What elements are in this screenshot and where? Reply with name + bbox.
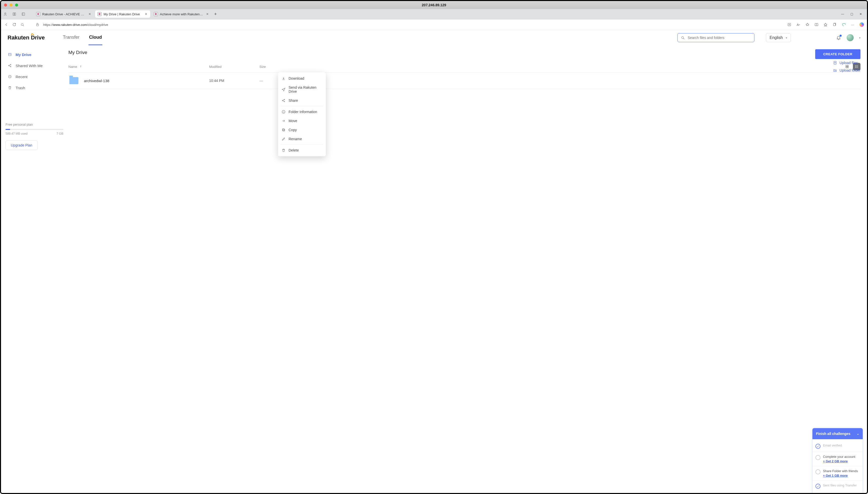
tab-label: Achieve more with Rakuten Drive	[160, 12, 204, 16]
vertical-tabs-icon[interactable]	[21, 12, 26, 16]
read-aloud-icon[interactable]: A»	[796, 22, 800, 27]
drive-icon	[7, 52, 12, 57]
challenges-title: Finish all challenges	[816, 432, 850, 436]
table-row[interactable]: archivedwl-138 10:44 PM —	[68, 73, 861, 89]
close-window-icon[interactable]	[4, 3, 7, 6]
sidebar-item-recent[interactable]: Recent	[5, 72, 63, 81]
refresh-icon[interactable]	[12, 22, 17, 27]
search-field[interactable]	[677, 33, 754, 42]
ctx-label: Share	[288, 98, 298, 102]
search-input[interactable]	[687, 35, 751, 40]
column-name[interactable]: Name	[68, 65, 77, 69]
maximize-icon[interactable]: ▢	[850, 12, 853, 16]
notifications-bell-icon[interactable]	[836, 35, 841, 40]
sidebar-item-shared[interactable]: Shared With Me	[5, 61, 63, 70]
folder-icon	[69, 77, 78, 84]
trash-icon	[7, 86, 12, 90]
upload-file-icon	[833, 61, 837, 65]
challenge-item: Complete your account + Get 2 GB more	[812, 452, 863, 467]
browser-tab-0[interactable]: R Rakuten Drive - ACHIEVE MORE ✕	[34, 10, 94, 18]
zoom-window-icon[interactable]	[15, 3, 18, 6]
upgrade-plan-button[interactable]: Upgrade Plan	[5, 140, 38, 150]
profile-icon[interactable]	[3, 12, 7, 16]
move-icon	[282, 119, 286, 123]
challenge-link[interactable]: + Get 1 GB more	[823, 474, 858, 477]
upload-files-link[interactable]: Upload files	[833, 61, 861, 65]
extension-install-icon[interactable]	[787, 22, 792, 27]
info-icon	[282, 110, 286, 114]
sidebar: My Drive Shared With Me Recent Trash Fre…	[1, 45, 67, 494]
minimize-icon[interactable]: —	[841, 12, 844, 16]
chevron-down-icon[interactable]: ▾	[859, 36, 861, 39]
ctx-share[interactable]: Share	[278, 96, 326, 105]
challenge-label: Complete your account	[823, 455, 855, 459]
column-size[interactable]: Size	[260, 65, 300, 69]
browser-tab-2[interactable]: R Achieve more with Rakuten Drive ✕	[151, 10, 212, 18]
search-icon[interactable]	[20, 22, 25, 27]
back-icon[interactable]	[4, 22, 8, 27]
svg-point-5	[21, 23, 23, 25]
favorite-star-icon[interactable]	[805, 22, 810, 27]
favicon-icon: R	[154, 12, 158, 16]
chevron-down-icon[interactable]: ⌄	[857, 432, 859, 435]
storage-used: 589.47 MB used	[5, 132, 27, 135]
nav-cloud[interactable]: Cloud	[89, 30, 102, 45]
copilot-icon[interactable]	[860, 22, 864, 27]
ctx-label: Move	[288, 119, 297, 123]
notification-dot-icon	[839, 35, 842, 37]
upload-folder-label: Upload folder	[839, 68, 861, 72]
address-bar[interactable]: https://www.rakuten-drive.com/cloud/mydr…	[43, 23, 108, 27]
svg-point-21	[10, 66, 11, 67]
browser-tab-1[interactable]: R My Drive | Rakuten Drive ✕	[95, 10, 150, 18]
sort-asc-icon[interactable]	[79, 65, 82, 68]
minimize-window-icon[interactable]	[10, 3, 13, 6]
challenge-label: Share Folder with friends	[823, 469, 858, 473]
more-menu-icon[interactable]: ···	[850, 22, 855, 27]
ctx-delete[interactable]: Delete	[278, 146, 326, 155]
ctx-download[interactable]: Download	[278, 74, 326, 83]
sidebar-item-mydrive[interactable]: My Drive	[5, 50, 63, 59]
ctx-copy[interactable]: Copy	[278, 126, 326, 134]
new-tab-button[interactable]: +	[213, 11, 219, 18]
workspaces-icon[interactable]	[12, 12, 17, 16]
avatar[interactable]	[847, 34, 854, 41]
browser-tabstrip: R Rakuten Drive - ACHIEVE MORE ✕ R My Dr…	[1, 9, 867, 19]
nav-transfer[interactable]: Transfer	[62, 30, 80, 45]
brand-logo[interactable]: Rakuten Drive	[7, 34, 45, 41]
svg-rect-44	[283, 129, 285, 131]
ctx-send[interactable]: Send via Rakuten Drive	[278, 83, 326, 96]
challenge-label: Email verified	[823, 444, 842, 449]
sidebar-item-label: Recent	[16, 75, 27, 79]
challenge-item: ✓ Email verified	[812, 441, 863, 452]
sidebar-item-label: Trash	[16, 86, 25, 90]
close-tab-icon[interactable]: ✕	[206, 12, 209, 16]
split-screen-icon[interactable]	[814, 22, 819, 27]
clock-icon	[7, 74, 12, 79]
ctx-info[interactable]: Folder Information	[278, 107, 326, 116]
challenge-label: Sent files using Transfer	[823, 484, 857, 489]
tab-label: My Drive | Rakuten Drive	[103, 12, 142, 16]
column-modified[interactable]: Modified	[209, 65, 260, 69]
challenges-header[interactable]: Finish all challenges ⌄	[812, 428, 863, 439]
site-info-lock-icon[interactable]	[35, 22, 40, 27]
svg-point-36	[282, 100, 283, 101]
close-icon[interactable]: ✕	[859, 12, 863, 16]
sidebar-item-trash[interactable]: Trash	[5, 83, 63, 93]
upload-folder-link[interactable]: Upload folder	[833, 68, 861, 72]
share-icon	[7, 63, 12, 68]
file-name: archivedwl-138	[84, 79, 209, 83]
ctx-move[interactable]: Move	[278, 116, 326, 126]
table-header: Name Modified Size	[68, 63, 861, 70]
language-selector[interactable]: English ▾	[766, 33, 791, 42]
favicon-icon: R	[97, 12, 101, 16]
ctx-label: Download	[288, 76, 304, 80]
favorites-list-icon[interactable]	[823, 22, 828, 27]
challenge-link[interactable]: + Get 2 GB more	[823, 460, 855, 463]
close-tab-icon[interactable]: ✕	[144, 12, 148, 16]
ctx-label: Delete	[288, 148, 299, 152]
close-tab-icon[interactable]: ✕	[88, 12, 92, 16]
create-folder-button[interactable]: CREATE FOLDER	[815, 49, 861, 59]
browser-essentials-icon[interactable]	[841, 22, 846, 27]
ctx-rename[interactable]: Rename	[278, 134, 326, 144]
collections-icon[interactable]	[832, 22, 837, 27]
